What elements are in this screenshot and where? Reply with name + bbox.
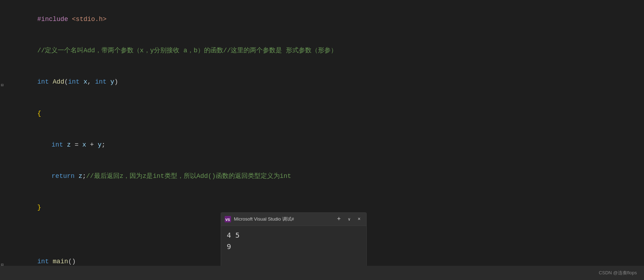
line-content-5: int z = x + y; (11, 130, 105, 160)
token: ; (101, 141, 105, 148)
token (63, 141, 67, 148)
line-content-7: } (11, 192, 41, 222)
token: ) (114, 78, 118, 85)
token: int (68, 78, 79, 85)
line-content-2: //定义一个名叫Add，带两个参数（x，y分别接收 a，b）的函数//这里的两个… (11, 36, 337, 65)
token: ; (82, 173, 86, 180)
line-content-9 (11, 235, 18, 245)
token: = (71, 141, 82, 148)
token: z (67, 141, 71, 148)
token (49, 78, 53, 85)
line-content-1: #include <stdio.h> (11, 4, 106, 34)
token: , (87, 78, 95, 85)
vs-icon: VS (225, 216, 231, 222)
line-content-8 (11, 224, 18, 234)
token: <stdio.h> (72, 16, 106, 23)
token: //定义一个名叫Add，带两个参数（x，y分别接收 a，b）的函数//这里的两个… (37, 47, 337, 54)
line-number-3: ⊟ (0, 67, 11, 97)
token: y (110, 78, 114, 85)
taskbar: CSDN @连奏flops (0, 266, 644, 280)
token (106, 78, 110, 85)
svg-text:VS: VS (225, 218, 230, 222)
line-content-4: { (11, 99, 41, 128)
token: + (86, 141, 98, 148)
token: () (68, 258, 76, 265)
token (75, 173, 79, 180)
token (80, 78, 84, 85)
token: #include (37, 16, 72, 23)
token: z (78, 173, 82, 180)
line-content-3: int Add(int x, int y) (11, 67, 118, 97)
output-line-1: 4 5 (227, 229, 361, 241)
code-line-1: #include <stdio.h> (0, 4, 644, 35)
vs-add-tab-button[interactable]: + (335, 215, 343, 223)
token: ( (64, 78, 68, 85)
token: int (95, 78, 106, 85)
token: int (52, 141, 63, 148)
token: x (82, 141, 86, 148)
code-line-6: return z;//最后返回z，因为z是int类型，所以Add()函数的返回类… (0, 160, 644, 192)
token: Add (53, 78, 64, 85)
code-line-4: { (0, 98, 644, 129)
token: y (98, 141, 101, 148)
code-line-3: ⊟ int Add(int x, int y) (0, 66, 644, 98)
fold-icon-10[interactable]: ⊟ (0, 260, 4, 264)
token: { (37, 110, 41, 117)
token: int (37, 258, 49, 265)
vs-chevron-button[interactable]: ∨ (346, 216, 352, 223)
attribution-text: CSDN @连奏flops (599, 270, 637, 276)
vs-popup-header: VS Microsoft Visual Studio 调试# + ∨ × (221, 213, 366, 226)
token (49, 258, 53, 265)
vs-popup-title: Microsoft Visual Studio 调试# (234, 216, 332, 222)
code-line-2: //定义一个名叫Add，带两个参数（x，y分别接收 a，b）的函数//这里的两个… (0, 35, 644, 66)
vs-popup-output: 4 5 9 (221, 226, 366, 256)
line-content-6: return z;//最后返回z，因为z是int类型，所以Add()函数的返回类… (11, 161, 291, 191)
token: } (37, 204, 41, 211)
token: int (37, 78, 49, 85)
token: return (52, 173, 75, 180)
token: //最后返回z，因为z是int类型，所以Add()函数的返回类型定义为int (86, 173, 291, 180)
fold-icon-3[interactable]: ⊟ (0, 80, 4, 84)
token: main (53, 258, 68, 265)
token: x (83, 78, 87, 85)
code-line-5: int z = x + y; (0, 129, 644, 160)
output-line-2: 9 (227, 241, 361, 252)
code-editor: #include <stdio.h> //定义一个名叫Add，带两个参数（x，y… (0, 0, 644, 280)
vs-close-button[interactable]: × (356, 216, 363, 223)
